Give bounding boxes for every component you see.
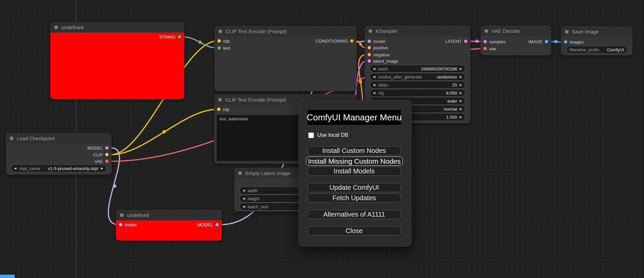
output-slot-latent: LATENT (445, 38, 467, 44)
widget-right-arrow-icon[interactable]: ▶ (460, 75, 462, 78)
node-collapse-dot-icon[interactable] (218, 30, 222, 33)
node-load-checkpoint[interactable]: Load Checkpoint MODEL CLIP VAE ◀ ckpt_na… (6, 133, 112, 175)
node-title-bar[interactable]: VAE Decode (480, 25, 551, 36)
node-title: CLIP Text Encode (Prompt) (225, 97, 286, 103)
node-collapse-dot-icon[interactable] (485, 29, 488, 33)
node-undefined-bottom[interactable]: undefined model MODEL (116, 210, 222, 240)
widget-left-arrow-icon[interactable]: ◀ (373, 67, 375, 70)
input-dot-negative[interactable] (368, 53, 371, 56)
node-undefined-top[interactable]: undefined STRING (50, 22, 184, 99)
node-title-bar[interactable]: KSampler (365, 25, 470, 36)
input-slot-model: model (368, 38, 385, 44)
node-title: undefined (61, 24, 83, 30)
widget-left-arrow-icon[interactable]: ◀ (373, 75, 375, 78)
node-title-bar[interactable]: CLIP Text Encode (Prompt) (214, 26, 357, 37)
widget-cfg[interactable]: ◀ cfg 8.000 ▶ (370, 89, 465, 97)
install-custom-nodes-button[interactable]: Install Custom Nodes (308, 146, 401, 155)
output-dot-clip[interactable] (105, 153, 109, 156)
node-vae-decode[interactable]: VAE Decode samples vae IMAGE (480, 25, 551, 55)
input-slot-clip: clip (217, 38, 230, 44)
use-local-db-label: Use local DB (317, 132, 348, 138)
node-collapse-dot-icon[interactable] (565, 30, 569, 34)
widget-left-arrow-icon[interactable]: ◀ (243, 197, 245, 200)
node-collapse-dot-icon[interactable] (218, 98, 222, 102)
use-local-db-checkbox[interactable] (308, 132, 314, 138)
output-dot-vae[interactable] (105, 160, 109, 163)
node-collapse-dot-icon[interactable] (54, 25, 58, 29)
update-comfyui-button[interactable]: Update ComfyUI (308, 183, 401, 192)
output-dot-image[interactable] (545, 40, 548, 43)
widget-ckpt-name[interactable]: ◀ ckpt_name v1-5-pruned-emaonly.ckpt ▶ (11, 164, 107, 172)
wire-midpoint-dot (163, 130, 166, 133)
alternatives-of-a1111-button[interactable]: Alternatives of A1111 (308, 210, 401, 219)
input-dot-images[interactable] (564, 40, 567, 44)
wire-midpoint-dot (554, 40, 558, 43)
queue-indicator-bar (0, 275, 15, 278)
node-clip-text-encode-positive[interactable]: CLIP Text Encode (Prompt) clip text COND… (214, 26, 357, 91)
node-title: undefined (127, 212, 149, 218)
install-models-button[interactable]: Install Models (308, 167, 401, 176)
widget-right-arrow-icon[interactable]: ▶ (460, 67, 462, 70)
close-button[interactable]: Close (308, 226, 401, 235)
widget-filename-prefix[interactable]: filename_prefix ComfyUI (566, 46, 627, 54)
output-dot-model[interactable] (215, 223, 219, 226)
widget-right-arrow-icon[interactable]: ▶ (101, 167, 103, 170)
node-collapse-dot-icon[interactable] (238, 171, 242, 175)
widget-left-arrow-icon[interactable]: ◀ (373, 83, 375, 87)
input-slot-positive: positive (368, 45, 388, 51)
input-slot-negative: negative (368, 52, 390, 58)
widget-right-arrow-icon[interactable]: ▶ (460, 99, 462, 103)
input-dot-vae[interactable] (484, 47, 487, 50)
wire-midpoint-dot (359, 80, 362, 84)
node-title: CLIP Text Encode (Prompt) (226, 29, 286, 34)
widget-steps[interactable]: ◀ steps 20 ▶ (370, 81, 465, 89)
input-dot-text[interactable] (217, 46, 221, 50)
input-dot-positive[interactable] (368, 46, 371, 49)
node-title-bar[interactable]: undefined (50, 22, 184, 33)
fetch-updates-button[interactable]: Fetch Updates (308, 193, 401, 203)
wire-midpoint-dot (475, 40, 479, 43)
output-slot-image: IMAGE (528, 39, 548, 45)
node-title-bar[interactable]: undefined (116, 210, 222, 220)
input-dot-samples[interactable] (484, 40, 487, 43)
comfyui-manager-dialog: ComfyUI Manager Menu Use local DB Instal… (299, 100, 411, 246)
node-title-bar[interactable]: Load Checkpoint (6, 133, 112, 144)
input-dot-model[interactable] (119, 223, 122, 226)
widget-seed[interactable]: ◀ seed 156680208700286 ▶ (370, 65, 465, 73)
widget-right-arrow-icon[interactable]: ▶ (460, 107, 462, 111)
input-dot-clip[interactable] (217, 39, 221, 43)
widget-right-arrow-icon[interactable]: ▶ (460, 91, 462, 95)
output-dot-string[interactable] (178, 35, 181, 39)
widget-control-after-generate[interactable]: ◀ control_after_generate randomize ▶ (370, 73, 465, 81)
output-dot-latent[interactable] (464, 40, 467, 43)
input-dot-model[interactable] (368, 40, 371, 43)
node-title: VAE Decode (492, 28, 520, 34)
node-save-image[interactable]: Save Image images filename_prefix ComfyU… (561, 26, 633, 55)
input-slot-samples: samples (484, 39, 505, 45)
use-local-db-row: Use local DB (308, 132, 348, 138)
input-slot-text: text (217, 45, 230, 51)
output-slot-clip: CLIP (93, 152, 109, 158)
input-dot-latent-image[interactable] (368, 59, 371, 63)
node-collapse-dot-icon[interactable] (369, 29, 372, 33)
node-collapse-dot-icon[interactable] (10, 136, 13, 140)
input-dot-clip[interactable] (217, 108, 220, 111)
widget-left-arrow-icon[interactable]: ◀ (14, 167, 16, 170)
install-missing-custom-nodes-button[interactable]: Install Missing Custom Nodes (306, 157, 403, 166)
output-dot-conditioning[interactable] (350, 39, 353, 43)
output-slot-model: MODEL (87, 145, 109, 151)
node-graph-canvas[interactable]: undefined STRING CLIP Text Encode (Promp… (0, 0, 644, 278)
widget-right-arrow-icon[interactable]: ▶ (460, 83, 462, 87)
output-dot-model[interactable] (105, 146, 109, 150)
output-slot-model: MODEL (198, 222, 219, 228)
node-title: Load Checkpoint (17, 135, 55, 141)
wire-midpoint-dot (359, 43, 362, 46)
widget-left-arrow-icon[interactable]: ◀ (243, 205, 245, 208)
widget-left-arrow-icon[interactable]: ◀ (243, 189, 245, 192)
node-collapse-dot-icon[interactable] (120, 213, 124, 217)
widget-left-arrow-icon[interactable]: ◀ (373, 91, 375, 95)
wire-midpoint-dot (198, 41, 202, 44)
widget-right-arrow-icon[interactable]: ▶ (460, 115, 462, 119)
node-title-bar[interactable]: Save Image (561, 26, 633, 37)
input-slot-latent-image: latent_image (368, 58, 398, 64)
